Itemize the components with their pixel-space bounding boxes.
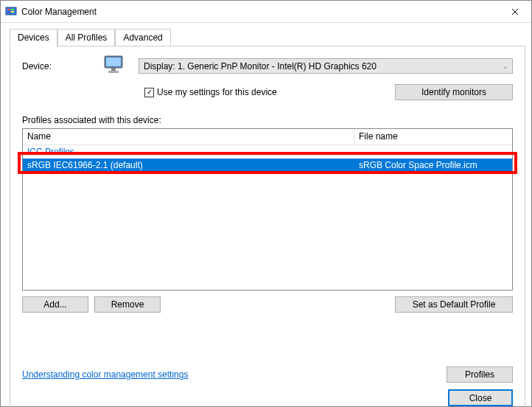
profile-row[interactable]: sRGB IEC61966-2.1 (default) sRGB Color S…	[23, 159, 512, 172]
tab-advanced[interactable]: Advanced	[115, 29, 170, 46]
titlebar: Color Management	[1, 1, 531, 23]
window-title: Color Management	[21, 7, 498, 17]
device-label: Device:	[22, 61, 103, 72]
use-settings-checkbox[interactable]: ✓ Use my settings for this device	[144, 87, 277, 97]
svg-rect-7	[111, 68, 116, 71]
svg-rect-6	[106, 58, 121, 66]
app-icon	[5, 6, 17, 18]
window-close-button[interactable]	[498, 1, 531, 23]
tab-all-profiles[interactable]: All Profiles	[57, 29, 116, 46]
listview-group: ICC Profiles	[23, 145, 512, 159]
svg-rect-2	[11, 9, 14, 10]
profile-filename-cell: sRGB Color Space Profile.icm	[354, 160, 512, 170]
profiles-button[interactable]: Profiles	[447, 366, 513, 383]
svg-rect-4	[11, 11, 14, 13]
bottom-row: Understanding color management settings …	[22, 366, 513, 383]
device-dropdown[interactable]: Display: 1. Generic PnP Monitor - Intel(…	[139, 58, 513, 74]
remove-button[interactable]: Remove	[94, 296, 161, 313]
tab-strip: Devices All Profiles Advanced	[1, 23, 531, 46]
profile-actions-row: Add... Remove Set as Default Profile	[22, 296, 513, 313]
monitor-icon	[103, 55, 124, 77]
column-header-name[interactable]: Name	[23, 129, 354, 145]
identify-monitors-button[interactable]: Identify monitors	[395, 84, 513, 100]
chevron-down-icon: ⌵	[503, 62, 508, 70]
help-link[interactable]: Understanding color management settings	[22, 369, 188, 380]
tab-devices[interactable]: Devices	[10, 29, 57, 46]
profile-name-cell: sRGB IEC61966-2.1 (default)	[23, 160, 354, 170]
close-button[interactable]: Close	[448, 389, 513, 406]
use-settings-label: Use my settings for this device	[157, 87, 277, 97]
profiles-listview[interactable]: Name File name ICC Profiles sRGB IEC6196…	[22, 128, 513, 291]
color-management-window: Color Management Devices All Profiles Ad…	[0, 0, 532, 407]
device-dropdown-value: Display: 1. Generic PnP Monitor - Intel(…	[144, 61, 377, 72]
svg-rect-8	[108, 71, 119, 73]
listview-header: Name File name	[23, 129, 512, 145]
svg-rect-3	[7, 11, 10, 13]
set-default-button[interactable]: Set as Default Profile	[395, 296, 513, 313]
close-row: Close	[448, 389, 513, 406]
devices-panel: Device: Display: 1. Generic PnP Monitor …	[10, 46, 525, 407]
svg-rect-1	[7, 9, 10, 10]
settings-row: ✓ Use my settings for this device Identi…	[22, 84, 513, 100]
column-header-filename[interactable]: File name	[354, 129, 512, 145]
add-button[interactable]: Add...	[22, 296, 88, 313]
checkbox-icon: ✓	[144, 88, 154, 97]
profiles-section-label: Profiles associated with this device:	[22, 115, 513, 125]
device-row: Device: Display: 1. Generic PnP Monitor …	[22, 55, 513, 77]
